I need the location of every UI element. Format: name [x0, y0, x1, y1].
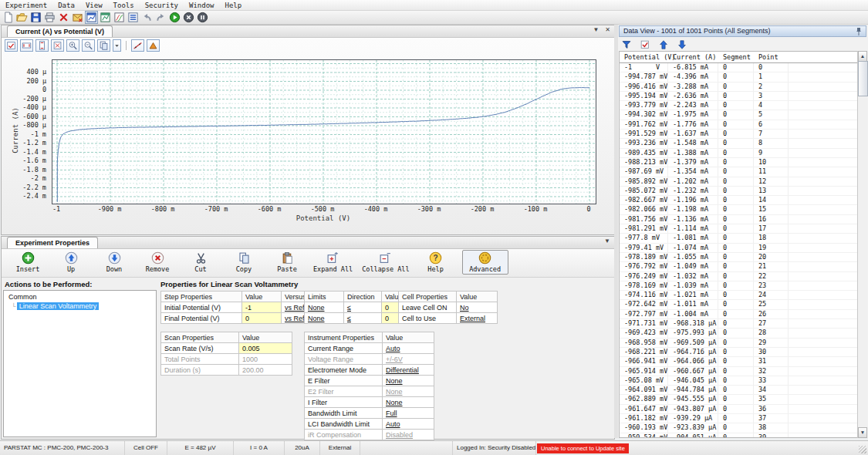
- menu-view[interactable]: View: [80, 2, 108, 9]
- column-header[interactable]: [789, 52, 857, 62]
- property-label[interactable]: Disabled: [383, 430, 434, 440]
- undo-icon[interactable]: [141, 12, 153, 23]
- pin-icon[interactable]: [855, 27, 863, 35]
- property-value[interactable]: None: [305, 313, 344, 324]
- table-row[interactable]: -994.787 mV-4.396 mA01: [620, 72, 857, 82]
- table-row[interactable]: -981.291 mV-1.114 mA017: [620, 224, 857, 234]
- copy-options-dropdown-icon[interactable]: [113, 39, 121, 52]
- property-value[interactable]: None: [383, 397, 434, 408]
- save-icon[interactable]: [30, 12, 42, 23]
- zoom-out-icon[interactable]: [82, 39, 95, 52]
- column-select-icon[interactable]: [640, 39, 650, 50]
- table-row[interactable]: -977.8 mV-1.081 mA018: [620, 234, 857, 243]
- table-row[interactable]: -961.647 mV-943.807 µA036: [620, 405, 857, 414]
- table-row[interactable]: -969.423 mV-975.993 µA028: [620, 329, 857, 338]
- cut-button[interactable]: Cut: [184, 251, 218, 273]
- table-row[interactable]: -993.236 mV-1.548 mA08: [620, 139, 857, 148]
- column-header[interactable]: Current (A): [668, 52, 718, 62]
- menu-window[interactable]: Window: [184, 2, 220, 9]
- redo-icon[interactable]: [155, 12, 167, 23]
- table-row[interactable]: -996.416 mV-3.288 mA02: [620, 83, 857, 92]
- menu-experiment[interactable]: Experiment: [0, 2, 52, 9]
- list-view-icon[interactable]: [127, 12, 139, 23]
- delete-icon[interactable]: [58, 12, 69, 23]
- table-row[interactable]: -962.889 mV-945.555 µA035: [620, 395, 857, 404]
- table-row[interactable]: -985.892 mV-1.202 mA012: [620, 177, 857, 187]
- table-row[interactable]: -988.213 mV-1.379 mA010: [620, 158, 857, 167]
- copy-graph-icon[interactable]: [97, 39, 110, 52]
- chevron-down-icon[interactable]: ▼: [593, 26, 599, 33]
- display-graph-icon[interactable]: [86, 12, 97, 23]
- table-row[interactable]: -982.066 mV-1.198 mA015: [620, 205, 857, 214]
- collapse-all-button[interactable]: Collapse All: [362, 251, 409, 273]
- table-row[interactable]: -978.169 mV-1.039 mA023: [620, 281, 857, 291]
- column-header[interactable]: Potential (V): [620, 52, 668, 62]
- property-value[interactable]: Differential: [383, 365, 434, 376]
- rescale-x-icon[interactable]: [20, 39, 33, 52]
- peak-tool-icon[interactable]: [147, 39, 160, 52]
- table-row[interactable]: -968.958 mV-969.509 µA029: [620, 339, 857, 348]
- table-row[interactable]: -972.642 mV-1.011 mA025: [620, 300, 857, 309]
- zoom-in-icon[interactable]: [66, 39, 79, 52]
- data-table-scrollbar[interactable]: ▲ ▼: [857, 51, 867, 438]
- table-row[interactable]: -989.435 mV-1.388 mA09: [620, 149, 857, 158]
- chart-tab[interactable]: Current (A) vs Potential (V): [7, 25, 113, 37]
- print-icon[interactable]: [44, 12, 56, 23]
- expand-all-button[interactable]: Expand All: [313, 251, 353, 273]
- property-value[interactable]: None: [383, 376, 434, 386]
- tree-node-selected[interactable]: └ Linear Scan Voltammetry: [12, 302, 156, 310]
- table-row[interactable]: -976.792 mV-1.049 mA021: [620, 262, 857, 271]
- table-row[interactable]: -995.194 mV-2.636 mA03: [620, 92, 857, 101]
- table-row[interactable]: -966.941 mV-964.066 µA031: [620, 357, 857, 366]
- property-value[interactable]: 0: [242, 313, 282, 324]
- export-icon[interactable]: [72, 12, 83, 23]
- scroll-up-icon[interactable]: ▲: [858, 51, 867, 62]
- scroll-to-last-icon[interactable]: [677, 39, 687, 50]
- table-row[interactable]: -979.41 mV-1.074 mA019: [620, 244, 857, 253]
- advanced-button[interactable]: Advanced: [462, 250, 508, 275]
- chevron-down-icon[interactable]: ▼: [604, 238, 610, 244]
- table-row[interactable]: -987.69 mV-1.354 mA011: [620, 167, 857, 177]
- property-label[interactable]: None: [383, 386, 434, 397]
- table-row[interactable]: -972.797 mV-1.004 mA026: [620, 310, 857, 319]
- table-row[interactable]: -965.08 mV-946.045 µA033: [620, 376, 857, 386]
- rescale-auto-icon[interactable]: [51, 39, 64, 52]
- table-row[interactable]: -978.189 mV-1.055 mA020: [620, 253, 857, 262]
- property-label[interactable]: +/-6V: [383, 354, 434, 365]
- pause-experiment-icon[interactable]: [197, 12, 208, 23]
- property-value[interactable]: -1: [242, 302, 282, 313]
- new-document-icon[interactable]: [2, 12, 14, 23]
- menu-help[interactable]: Help: [220, 2, 248, 9]
- table-row[interactable]: -971.731 mV-968.318 µA027: [620, 319, 857, 329]
- table-row[interactable]: -981.756 mV-1.136 mA016: [620, 215, 857, 224]
- table-row[interactable]: -1 V-6.815 mA00: [620, 63, 857, 72]
- run-experiment-icon[interactable]: [169, 12, 181, 23]
- scroll-down-icon[interactable]: ▼: [858, 427, 867, 438]
- open-icon[interactable]: [16, 12, 28, 23]
- menu-data[interactable]: Data: [52, 2, 80, 9]
- overlay-graph-icon[interactable]: [113, 12, 125, 23]
- experiment-properties-tab[interactable]: Experiment Properties: [7, 237, 98, 248]
- slope-tool-icon[interactable]: [131, 39, 144, 52]
- menu-security[interactable]: Security: [140, 2, 184, 9]
- property-value[interactable]: No: [457, 302, 498, 313]
- menu-tools[interactable]: Tools: [108, 2, 140, 9]
- filter-icon[interactable]: [621, 39, 632, 50]
- table-row[interactable]: -965.914 mV-960.667 µA032: [620, 367, 857, 376]
- table-row[interactable]: -993.779 mV-2.243 mA04: [620, 101, 857, 110]
- table-row[interactable]: -976.249 mV-1.032 mA022: [620, 272, 857, 281]
- tree-node-common[interactable]: Common: [8, 293, 156, 301]
- table-row[interactable]: -994.302 mV-1.975 mA05: [620, 110, 857, 120]
- property-value[interactable]: None: [305, 302, 344, 313]
- down-button[interactable]: Down: [97, 251, 131, 273]
- table-row[interactable]: -964.091 mV-944.784 µA034: [620, 386, 857, 395]
- table-row[interactable]: -985.072 mV-1.232 mA013: [620, 187, 857, 196]
- table-row[interactable]: -961.182 mV-939.29 µA037: [620, 414, 857, 423]
- stop-experiment-icon[interactable]: [183, 12, 194, 23]
- display-graph2-icon[interactable]: [100, 12, 111, 23]
- close-icon[interactable]: ✕: [605, 26, 610, 33]
- resize-grip-icon[interactable]: [859, 446, 866, 453]
- table-row[interactable]: -991.529 mV-1.637 mA07: [620, 130, 857, 139]
- table-row[interactable]: -960.193 mV-923.839 µA038: [620, 423, 857, 433]
- table-row[interactable]: -991.762 mV-1.776 mA06: [620, 120, 857, 130]
